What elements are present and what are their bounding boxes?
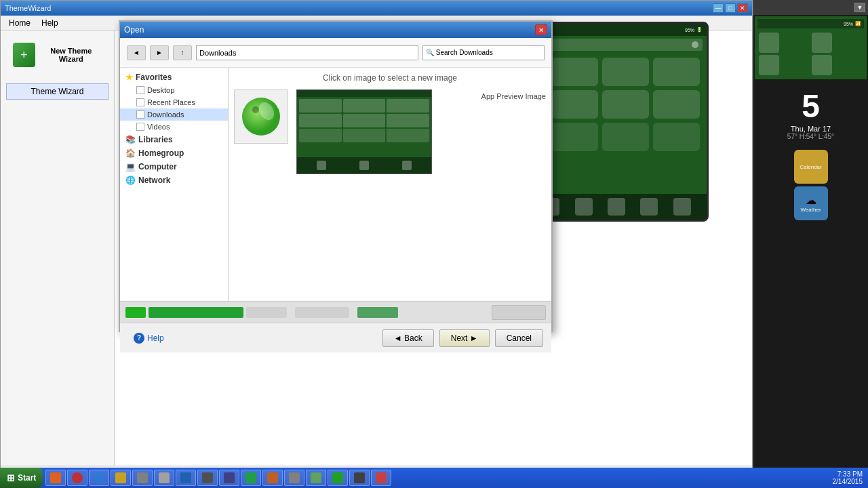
dialog-up-btn[interactable]: ↑ — [173, 45, 192, 60]
right-panel-status: 95%📶 — [757, 19, 864, 28]
dialog-back-btn[interactable]: ◄ — [127, 45, 146, 60]
app-preview-label: App Preview Image — [481, 89, 546, 103]
taskbar-app-4[interactable] — [111, 470, 131, 486]
taskbar-app-15[interactable] — [349, 470, 370, 486]
dock-icon-c — [575, 198, 593, 216]
open-dialog: Open ✕ ◄ ► ↑ Downloads 🔍 Search Download… — [119, 20, 553, 332]
maximize-button[interactable]: □ — [725, 3, 736, 13]
next-button[interactable]: Next ► — [439, 329, 490, 347]
nav-videos[interactable]: Videos — [120, 121, 228, 133]
dialog-main: Click on image to select a new image — [229, 68, 551, 301]
android-icon-12 — [653, 123, 700, 151]
taskbar-icon-4 — [115, 472, 126, 483]
dialog-hint: Click on image to select a new image — [234, 73, 546, 83]
taskbar-app-13[interactable] — [306, 470, 326, 486]
taskbar-icon-1 — [50, 472, 61, 483]
close-button[interactable]: ✕ — [737, 3, 748, 13]
taskbar-app-2[interactable] — [67, 470, 87, 486]
dock-icon-2 — [359, 161, 369, 170]
taskbar-app-1[interactable] — [45, 470, 66, 486]
taskbar-app-6[interactable] — [154, 470, 174, 486]
help-label: Help — [147, 333, 164, 343]
taskbar-app-9[interactable] — [219, 470, 239, 486]
nav-recent-places[interactable]: Recent Places — [120, 96, 228, 108]
right-panel: ▼ 95%📶 5 Thu, Mar 17 57° H:54° L:45° Cal… — [753, 0, 868, 468]
videos-label: Videos — [147, 123, 170, 131]
taskbar-time: 7:33 PM — [833, 470, 863, 478]
taskbar-icon-5 — [137, 472, 148, 483]
desktop-label: Desktop — [147, 86, 174, 94]
cancel-button[interactable]: Cancel — [495, 329, 543, 347]
new-theme-label: New Theme Wizard — [41, 47, 102, 63]
help-section: ? Help — [128, 330, 377, 346]
homegroup-header[interactable]: 🏠 Homegroup — [120, 146, 228, 160]
dialog-location-bar[interactable]: Downloads — [196, 45, 418, 60]
bar-gray3 — [492, 305, 546, 320]
small-preview-image[interactable] — [296, 89, 432, 174]
checkbox-desktop — [136, 86, 144, 94]
checkbox-videos — [136, 123, 144, 131]
back-button[interactable]: ◄ Back — [382, 329, 434, 347]
menu-home[interactable]: Home — [3, 17, 36, 29]
icon-image-selector[interactable] — [234, 89, 288, 144]
android-icon-4 — [653, 58, 700, 86]
mini-icon-3 — [387, 99, 429, 113]
bar-green3 — [357, 307, 398, 318]
homegroup-label: Homegroup — [138, 148, 184, 158]
network-icon: 🌐 — [125, 176, 136, 185]
computer-label: Computer — [138, 162, 177, 171]
taskbar-icon-10 — [245, 472, 256, 483]
taskbar-app-11[interactable] — [262, 470, 283, 486]
checkbox-downloads — [136, 110, 144, 119]
libraries-header[interactable]: 📚 Libraries — [120, 133, 228, 146]
bar-gray2 — [295, 307, 349, 318]
taskbar-app-14[interactable] — [328, 470, 348, 486]
menu-help[interactable]: Help — [36, 17, 64, 29]
taskbar-app-16[interactable] — [371, 470, 391, 486]
taskbar-app-7[interactable] — [176, 470, 196, 486]
taskbar-app-8[interactable] — [197, 470, 218, 486]
taskbar-app-5[interactable] — [132, 470, 153, 486]
taskbar-icon-14 — [332, 472, 343, 483]
taskbar-apps — [45, 470, 827, 486]
nav-downloads[interactable]: Downloads — [120, 108, 228, 121]
theme-wizard-titlebar: ThemeWizard — □ ✕ — [1, 1, 752, 16]
android-icon-7 — [602, 90, 649, 119]
help-button[interactable]: ? Help — [128, 330, 170, 346]
taskbar-clock: 7:33 PM 2/14/2015 — [833, 470, 863, 485]
taskbar-app-10[interactable] — [241, 470, 261, 486]
taskbar-icon-7 — [180, 472, 191, 483]
help-icon: ? — [134, 333, 144, 344]
time-large: 5 — [756, 87, 865, 125]
dialog-titlebar: Open ✕ — [120, 22, 551, 38]
file-type-bar — [120, 301, 551, 323]
theme-wizard-item[interactable]: Theme Wizard — [6, 83, 108, 100]
windows-orb: ⊞ — [7, 472, 15, 483]
bar-green1 — [125, 307, 146, 318]
taskbar-app-3[interactable] — [89, 470, 109, 486]
taskbar-app-12[interactable] — [284, 470, 304, 486]
mini-icon-5 — [343, 114, 386, 127]
dialog-content-area: ★ Favorites Desktop Recent Places Downlo… — [120, 68, 551, 301]
sidebar: + New Theme Wizard Theme Wizard — [1, 30, 115, 466]
computer-header[interactable]: 💻 Computer — [120, 160, 228, 174]
dialog-title: Open — [124, 25, 144, 35]
minimize-button[interactable]: — — [713, 3, 724, 13]
right-panel-icons — [757, 31, 864, 77]
start-label: Start — [18, 473, 36, 483]
favorites-header[interactable]: ★ Favorites — [120, 70, 228, 84]
taskbar-icon-15 — [354, 472, 365, 483]
right-panel-icon-2 — [812, 33, 832, 53]
start-button[interactable]: ⊞ Start — [0, 468, 43, 488]
network-header[interactable]: 🌐 Network — [120, 174, 228, 187]
star-icon: ★ — [125, 73, 133, 82]
small-preview-container — [296, 89, 432, 174]
right-panel-expand[interactable]: ▼ — [854, 3, 865, 12]
weather-widget: ☁ Weather — [794, 186, 828, 220]
dialog-top-bar: ◄ ► ↑ Downloads 🔍 Search Downloads — [120, 38, 551, 68]
nav-desktop[interactable]: Desktop — [120, 84, 228, 96]
dialog-forward-btn[interactable]: ► — [150, 45, 169, 60]
dialog-close-button[interactable]: ✕ — [535, 24, 547, 35]
taskbar-icon-3 — [94, 472, 104, 483]
search-box[interactable]: 🔍 Search Downloads — [422, 45, 545, 60]
